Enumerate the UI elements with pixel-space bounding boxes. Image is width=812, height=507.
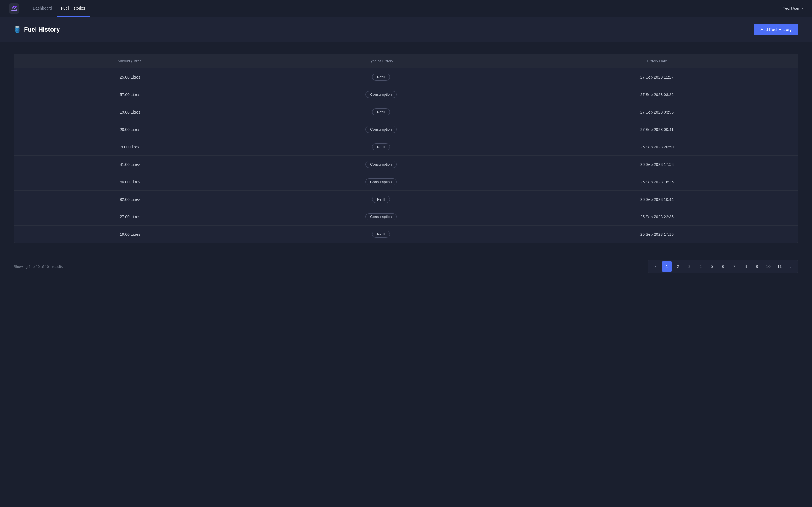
cell-amount: 25.00 Litres	[14, 68, 246, 86]
pagination-page-1[interactable]: 1	[662, 262, 672, 272]
cell-date: 26 Sep 2023 16:26	[516, 173, 798, 191]
pagination-bar: Showing 1 to 10 of 101 results ‹ 1 2 3 4…	[0, 255, 812, 279]
col-date: History Date	[516, 54, 798, 68]
cell-amount: 27.00 Litres	[14, 208, 246, 226]
pagination-page-9[interactable]: 9	[752, 262, 762, 272]
table-row: 28.00 LitresConsumption27 Sep 2023 00:41	[14, 121, 798, 138]
pagination-page-10[interactable]: 10	[763, 262, 773, 272]
cell-date: 26 Sep 2023 20:50	[516, 138, 798, 156]
nav-links: Dashboard Fuel Histories	[28, 0, 90, 17]
cell-type: Refill	[246, 191, 516, 208]
type-badge: Consumption	[365, 213, 397, 220]
navbar-left: Dashboard Fuel Histories	[9, 0, 90, 17]
cell-date: 25 Sep 2023 22:35	[516, 208, 798, 226]
table-header-row: Amount (Litres) Type of History History …	[14, 54, 798, 68]
type-badge: Refill	[372, 196, 390, 203]
pagination-page-3[interactable]: 3	[684, 262, 695, 272]
pagination-page-11[interactable]: 11	[774, 262, 784, 272]
pagination-page-7[interactable]: 7	[729, 262, 740, 272]
nav-link-dashboard[interactable]: Dashboard	[28, 0, 57, 17]
type-badge: Consumption	[365, 161, 397, 168]
logo-icon	[9, 3, 19, 13]
col-amount: Amount (Litres)	[14, 54, 246, 68]
type-badge: Consumption	[365, 126, 397, 133]
cell-amount: 19.00 Litres	[14, 226, 246, 243]
page-header: 🛢️ Fuel History Add Fuel History	[0, 17, 812, 42]
table-row: 9.00 LitresRefill26 Sep 2023 20:50	[14, 138, 798, 156]
cell-type: Refill	[246, 226, 516, 243]
fuel-history-table-container: Amount (Litres) Type of History History …	[13, 54, 799, 243]
type-badge: Consumption	[365, 178, 397, 185]
table-row: 57.00 LitresConsumption27 Sep 2023 08:22	[14, 86, 798, 103]
fuel-icon: 🛢️	[13, 26, 21, 33]
chevron-down-icon: ▾	[802, 7, 803, 10]
type-badge: Refill	[372, 73, 390, 80]
pagination-prev-button[interactable]: ‹	[651, 262, 661, 272]
navbar: Dashboard Fuel Histories Test User ▾	[0, 0, 812, 17]
cell-date: 27 Sep 2023 11:27	[516, 68, 798, 86]
main-content: Amount (Litres) Type of History History …	[0, 42, 812, 255]
cell-amount: 66.00 Litres	[14, 173, 246, 191]
cell-amount: 41.00 Litres	[14, 156, 246, 173]
pagination-info: Showing 1 to 10 of 101 results	[13, 265, 63, 269]
pagination-controls: ‹ 1 2 3 4 5 6 7 8 9 10 11 ›	[648, 260, 799, 273]
cell-amount: 28.00 Litres	[14, 121, 246, 138]
cell-type: Refill	[246, 138, 516, 156]
page-title-container: 🛢️ Fuel History	[13, 26, 60, 33]
table-row: 19.00 LitresRefill27 Sep 2023 03:56	[14, 103, 798, 121]
cell-date: 26 Sep 2023 10:44	[516, 191, 798, 208]
cell-date: 27 Sep 2023 00:41	[516, 121, 798, 138]
user-name: Test User	[783, 6, 799, 11]
add-fuel-history-button[interactable]: Add Fuel History	[754, 24, 799, 35]
cell-date: 25 Sep 2023 17:16	[516, 226, 798, 243]
cell-type: Consumption	[246, 173, 516, 191]
type-badge: Refill	[372, 144, 390, 151]
nav-link-fuel-histories[interactable]: Fuel Histories	[57, 0, 90, 17]
type-badge: Consumption	[365, 91, 397, 98]
fuel-history-table: Amount (Litres) Type of History History …	[14, 54, 798, 243]
cell-type: Consumption	[246, 121, 516, 138]
cell-type: Consumption	[246, 156, 516, 173]
page-title: Fuel History	[24, 26, 60, 33]
pagination-page-8[interactable]: 8	[741, 262, 751, 272]
table-row: 92.00 LitresRefill26 Sep 2023 10:44	[14, 191, 798, 208]
pagination-page-6[interactable]: 6	[718, 262, 728, 272]
cell-amount: 9.00 Litres	[14, 138, 246, 156]
type-badge: Refill	[372, 108, 390, 115]
table-row: 19.00 LitresRefill25 Sep 2023 17:16	[14, 226, 798, 243]
cell-amount: 19.00 Litres	[14, 103, 246, 121]
table-row: 27.00 LitresConsumption25 Sep 2023 22:35	[14, 208, 798, 226]
table-row: 25.00 LitresRefill27 Sep 2023 11:27	[14, 68, 798, 86]
table-row: 66.00 LitresConsumption26 Sep 2023 16:26	[14, 173, 798, 191]
cell-type: Refill	[246, 68, 516, 86]
cell-date: 26 Sep 2023 17:58	[516, 156, 798, 173]
cell-type: Refill	[246, 103, 516, 121]
cell-date: 27 Sep 2023 08:22	[516, 86, 798, 103]
pagination-next-button[interactable]: ›	[786, 262, 796, 272]
cell-date: 27 Sep 2023 03:56	[516, 103, 798, 121]
pagination-page-5[interactable]: 5	[707, 262, 717, 272]
col-type: Type of History	[246, 54, 516, 68]
pagination-page-4[interactable]: 4	[696, 262, 706, 272]
cell-amount: 57.00 Litres	[14, 86, 246, 103]
cell-amount: 92.00 Litres	[14, 191, 246, 208]
table-row: 41.00 LitresConsumption26 Sep 2023 17:58	[14, 156, 798, 173]
cell-type: Consumption	[246, 208, 516, 226]
type-badge: Refill	[372, 231, 390, 238]
pagination-page-2[interactable]: 2	[673, 262, 683, 272]
user-menu[interactable]: Test User ▾	[783, 6, 803, 11]
cell-type: Consumption	[246, 86, 516, 103]
svg-rect-0	[9, 3, 19, 13]
